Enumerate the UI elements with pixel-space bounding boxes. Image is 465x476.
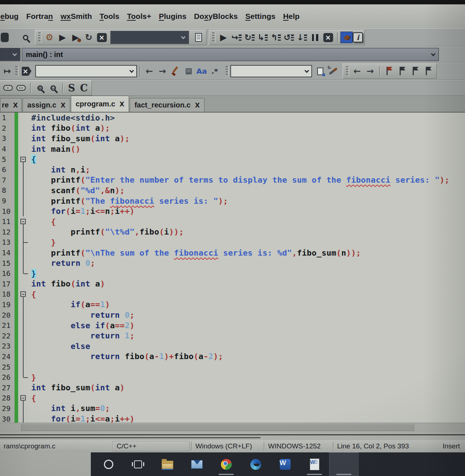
- edge-icon[interactable]: [241, 452, 270, 476]
- build-icon[interactable]: ⚙: [43, 31, 56, 44]
- step-out-icon[interactable]: ↰: [269, 31, 282, 44]
- chevron-down-icon: [431, 52, 436, 56]
- step-into-instruction-icon[interactable]: ↓: [295, 31, 308, 44]
- debugging-windows-icon[interactable]: [340, 32, 353, 43]
- symbol-select[interactable]: main() : int: [22, 48, 439, 61]
- file-explorer-icon[interactable]: [153, 452, 182, 476]
- tab-re[interactable]: reX: [0, 98, 22, 112]
- change-bar: [15, 164, 18, 175]
- menu-items: ebugFortranwxSmithToolsTools+PluginsDoxy…: [0, 12, 300, 21]
- task-view-icon[interactable]: [123, 452, 153, 476]
- split-view-button[interactable]: S: [65, 82, 78, 94]
- run-icon[interactable]: ▶: [56, 31, 69, 44]
- code-text: {: [29, 217, 56, 226]
- scrollbar-thumb[interactable]: [21, 424, 414, 431]
- match-case-icon[interactable]: Aa: [195, 65, 208, 78]
- fold-margin: [18, 237, 29, 248]
- code-line: 1#include<stdio.h>: [0, 113, 465, 123]
- run-to-cursor-icon[interactable]: ↪: [230, 31, 243, 44]
- tab-close-icon[interactable]: X: [61, 102, 65, 109]
- code-line: 21 else if(a==2): [0, 320, 465, 331]
- toolbar-grip[interactable]: [226, 66, 228, 76]
- expand-view-icon[interactable]: ‹›: [15, 81, 28, 94]
- line-number: 18: [0, 290, 15, 298]
- code-text: for(i=1;i<=a;i++): [29, 414, 134, 423]
- toolbar-grip[interactable]: [212, 32, 215, 42]
- fold-toggle[interactable]: [18, 154, 29, 164]
- goto-next-change-icon[interactable]: ↦: [1, 65, 14, 78]
- prev-occurrence-icon[interactable]: ←: [351, 65, 364, 78]
- regex-icon[interactable]: .*: [208, 65, 221, 78]
- fold-toggle[interactable]: [18, 393, 29, 403]
- code-text: int fibo(int a);: [29, 123, 110, 133]
- horizontal-scrollbar[interactable]: [0, 423, 465, 432]
- c-view-button[interactable]: C: [78, 82, 90, 94]
- build-target-select[interactable]: [110, 31, 189, 44]
- selected-text-only-icon[interactable]: [182, 65, 195, 78]
- rebuild-icon[interactable]: ↻: [82, 31, 95, 44]
- scope-select[interactable]: [0, 48, 20, 61]
- stop-debugger-icon[interactable]: ×: [322, 31, 335, 44]
- code-line: 29 int i,sum=0;: [0, 403, 465, 414]
- compile-log-icon[interactable]: [192, 31, 205, 44]
- next-instruction-icon[interactable]: ↺: [282, 31, 295, 44]
- fold-toggle[interactable]: [18, 289, 29, 300]
- menu-doxyblocks[interactable]: DoxyBlocks: [194, 12, 238, 21]
- tab-cprogram-c[interactable]: cprogram.cX: [71, 96, 129, 112]
- highlight-occurrences-icon[interactable]: [169, 65, 182, 78]
- menu-fortran[interactable]: Fortran: [26, 12, 53, 21]
- chevron-down-icon: [304, 68, 309, 73]
- various-info-icon[interactable]: i: [353, 32, 363, 42]
- step-into-icon[interactable]: ↳: [256, 31, 269, 44]
- fold-toggle[interactable]: [18, 216, 29, 227]
- chrome-icon[interactable]: [211, 452, 241, 476]
- toolbar-grip[interactable]: [346, 66, 348, 76]
- next-bookmark-icon[interactable]: [409, 65, 422, 78]
- menu-tools[interactable]: Tools+: [127, 12, 151, 21]
- word-icon[interactable]: W: [270, 452, 300, 476]
- cortana-icon[interactable]: [94, 452, 123, 476]
- tab-fact-recursion-c[interactable]: fact_recursion.cX: [130, 98, 205, 112]
- find-combo-input[interactable]: [230, 65, 312, 77]
- prev-bookmark-icon[interactable]: [396, 65, 409, 78]
- shrink-view-icon[interactable]: ‹: [1, 81, 15, 94]
- zoom-out-icon[interactable]: −: [46, 81, 60, 94]
- clear-search-icon[interactable]: ×: [20, 65, 33, 78]
- menu-plugins[interactable]: Plugins: [159, 12, 186, 21]
- code-line: 30 for(i=1;i<=a;i++): [0, 414, 465, 423]
- next-line-icon[interactable]: ↻: [243, 31, 256, 44]
- toolbar-grip[interactable]: [38, 32, 41, 42]
- incremental-search-input[interactable]: [35, 65, 137, 77]
- build-and-run-icon[interactable]: ▶: [69, 31, 82, 44]
- tab-close-icon[interactable]: X: [195, 102, 200, 109]
- search-options-icon[interactable]: [327, 65, 340, 78]
- tab-close-icon[interactable]: X: [120, 101, 124, 108]
- find-icon[interactable]: [19, 31, 32, 44]
- toolbar-grip[interactable]: [15, 66, 18, 76]
- clear-bookmarks-icon[interactable]: [422, 65, 435, 78]
- tab-assign-c[interactable]: assign.cX: [23, 98, 70, 112]
- line-number: 8: [0, 186, 15, 195]
- tab-close-icon[interactable]: X: [13, 102, 18, 109]
- break-debugger-icon[interactable]: [308, 31, 322, 44]
- menu-settings[interactable]: Settings: [245, 12, 275, 21]
- next-occurrence-icon[interactable]: →: [364, 65, 377, 78]
- code-editor[interactable]: 1#include<stdio.h>2int fibo(int a);3int …: [0, 112, 465, 423]
- prev-result-icon[interactable]: ←: [143, 65, 156, 78]
- menu-wxsmith[interactable]: wxSmith: [61, 12, 92, 21]
- tab-label: cprogram.c: [76, 100, 115, 108]
- menu-tools[interactable]: Tools: [100, 12, 119, 21]
- codeblocks-icon[interactable]: [329, 452, 359, 476]
- next-result-icon[interactable]: →: [156, 65, 169, 78]
- toggle-bookmark-icon[interactable]: [383, 65, 396, 78]
- window-fragment-icon[interactable]: [6, 31, 19, 44]
- abort-build-icon[interactable]: ×: [95, 31, 108, 44]
- word-document-icon[interactable]: W: [300, 452, 329, 476]
- taskbar-icons: WW: [94, 452, 359, 476]
- menu-ebug[interactable]: ebug: [0, 12, 19, 21]
- zoom-in-icon[interactable]: +: [33, 81, 46, 94]
- mail-icon[interactable]: [182, 452, 211, 476]
- menu-help[interactable]: Help: [283, 12, 300, 21]
- find-in-files-icon[interactable]: [314, 65, 327, 78]
- debug-run-icon[interactable]: ▶: [217, 31, 230, 44]
